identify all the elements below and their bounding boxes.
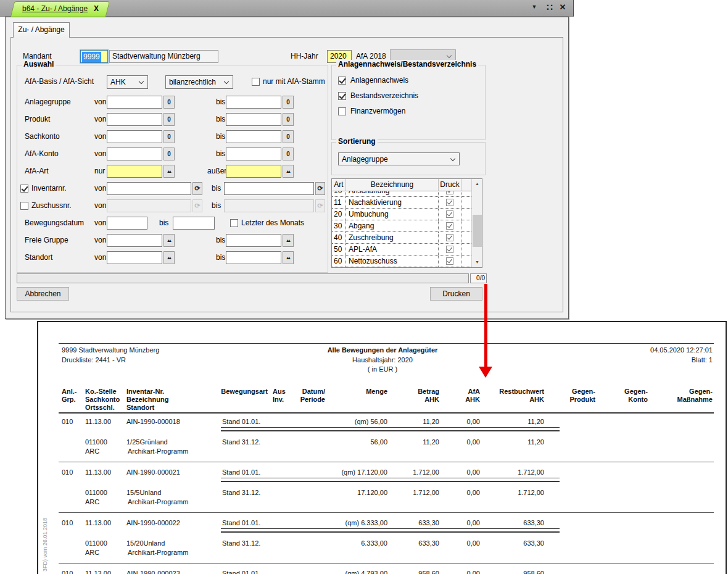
inventarnr-von-input[interactable] [107,182,191,195]
sachkonto-bis-input[interactable] [226,130,281,143]
lookup-button[interactable]: 0 [163,113,175,126]
druck-checkbox[interactable] [446,246,453,253]
swap-button[interactable]: ⟳ [192,182,202,195]
sortierung-combo[interactable]: Anlagegruppe [338,152,460,165]
chevron-down-icon [450,156,455,161]
list-button[interactable]: ▴▴ [163,234,175,247]
filter-row-inventarnr: Inventarnr. von ⟳ bis ⟳ [17,182,328,196]
afa-konto-von-input[interactable] [107,148,162,160]
scroll-down-button[interactable]: ▼ [472,257,482,267]
nur-label: nur [94,165,105,178]
table-row[interactable]: 50 APL-AfA [332,244,471,256]
zuschussnr-checkbox[interactable] [20,202,28,210]
lookup-button[interactable]: 0 [283,113,294,126]
von-label: von [94,182,106,195]
col-filler [461,179,471,191]
lookup-button[interactable]: 0 [163,148,175,160]
lookup-button[interactable]: 0 [163,96,175,109]
produkt-von-input[interactable] [107,113,162,126]
inventarnr-bis-input[interactable] [224,182,314,195]
swap-button[interactable]: ⟳ [315,182,325,195]
finanzvermoegen-checkbox[interactable] [338,107,346,115]
afa-sicht-combo[interactable]: bilanzrechtlich [165,75,233,89]
report-page: 9999 Stadtverwaltung Münzberg Druckliste… [37,321,727,574]
anlagegruppe-bis-input[interactable] [226,96,281,109]
druck-checkbox[interactable] [446,222,453,230]
hhjahr-label: HH-Jahr [291,50,318,63]
menu-dropdown-icon[interactable]: ▼ [529,4,539,10]
lookup-button[interactable]: 0 [283,130,294,143]
list-button[interactable]: ▴▴ [163,251,175,264]
bewegungsdatum-von-input[interactable] [107,217,147,230]
dock-icon[interactable]: ∷ [544,2,555,13]
afa-stamm-checkbox[interactable] [252,78,260,86]
filter-row-freie-gruppe: Freie Gruppe von ▴▴ bis ▴▴ [17,234,328,247]
cancel-button[interactable]: Abbrechen [17,287,69,301]
filter-label: Standort [25,251,52,264]
bestandsverzeichnis-checkbox[interactable] [338,92,346,100]
anlagennachweis-checkbox[interactable] [338,77,346,85]
annotation-arrow [484,284,487,367]
table-row[interactable]: 60 Nettozuschuss [332,256,471,267]
tab-zu-abgaenge[interactable]: Zu- / Abgänge [13,22,70,38]
table-row[interactable]: 10 Anschaffung [332,191,471,197]
druck-cell [439,197,461,208]
scroll-up-button[interactable]: ▲ [472,179,482,189]
afa-konto-bis-input[interactable] [226,148,281,160]
table-row[interactable]: 40 Zuschreibung [332,232,471,244]
lookup-button[interactable]: 0 [163,130,175,143]
table-row[interactable]: 30 Abgang [332,220,471,232]
filter-label: Sachkonto [25,130,60,143]
afa-art-ausser-input[interactable] [226,165,281,178]
swap-icon: ⟳ [317,202,323,209]
form-panel: Mandant 9999 Stadtverwaltung Münzberg HH… [10,37,563,312]
anlagegruppe-von-input[interactable] [107,96,162,109]
filter-label: Inventarnr. [31,182,67,195]
afa-basis-combo[interactable]: AHK [107,75,148,89]
standort-bis-input[interactable] [226,251,281,264]
druck-checkbox[interactable] [446,257,453,265]
von-label: von [94,96,106,109]
letzter-des-monats-label: Letzter des Monats [241,217,304,230]
druck-checkbox[interactable] [446,210,453,218]
druck-checkbox[interactable] [446,199,453,206]
report-block: 010 11.13.00 AIN-1990-000021 Stand 01.01… [38,468,717,519]
lookup-icon: 0 [286,151,290,157]
scroll-thumb[interactable] [473,215,482,247]
mandant-code-input[interactable]: 9999 [80,50,108,63]
inventarnr-checkbox[interactable] [20,185,28,193]
close-icon[interactable]: ✕ [558,2,568,12]
list-button[interactable]: ▴▴ [283,165,294,178]
window-tab-label: b64 - Zu- / Abgänge [22,2,88,16]
letzter-des-monats-checkbox[interactable] [230,219,238,227]
lookup-button[interactable]: 0 [283,96,294,109]
report-block: 010 11.13.00 AIN-1990-000022 Stand 01.01… [38,519,717,570]
freie-gruppe-bis-input[interactable] [226,234,281,247]
bewegungsdatum-bis-input[interactable] [173,217,215,230]
scrollbar[interactable]: ▲ ▼ [471,179,482,267]
table-row[interactable]: 11 Nachaktivierung [332,197,471,209]
produkt-bis-input[interactable] [226,113,281,126]
print-button[interactable]: Drucken [430,287,482,301]
druck-checkbox[interactable] [446,234,453,241]
lookup-button[interactable]: 0 [283,148,294,160]
window-tab[interactable]: b64 - Zu- / Abgänge X [10,1,110,17]
list-button[interactable]: ▴▴ [283,234,294,247]
chevron-down-icon [139,79,144,84]
table-row[interactable]: 20 Umbuchung [332,209,471,220]
list-button[interactable]: ▴▴ [283,251,294,264]
druck-cell [439,232,461,243]
list-icon: ▴▴ [286,256,289,260]
sortierung-value: Anlagegruppe [342,155,388,164]
list-button[interactable]: ▴▴ [163,165,175,178]
lookup-icon: 0 [167,99,171,106]
druck-checkbox[interactable] [446,191,453,194]
art-cell: 10 [332,191,346,196]
freie-gruppe-von-input[interactable] [107,234,162,247]
afa-art-nur-input[interactable] [107,165,162,178]
sachkonto-von-input[interactable] [107,130,162,143]
bis-label: bis [216,148,225,160]
standort-von-input[interactable] [107,251,162,264]
tab-close-icon[interactable]: X [94,2,99,16]
swap-icon: ⟳ [194,185,200,192]
